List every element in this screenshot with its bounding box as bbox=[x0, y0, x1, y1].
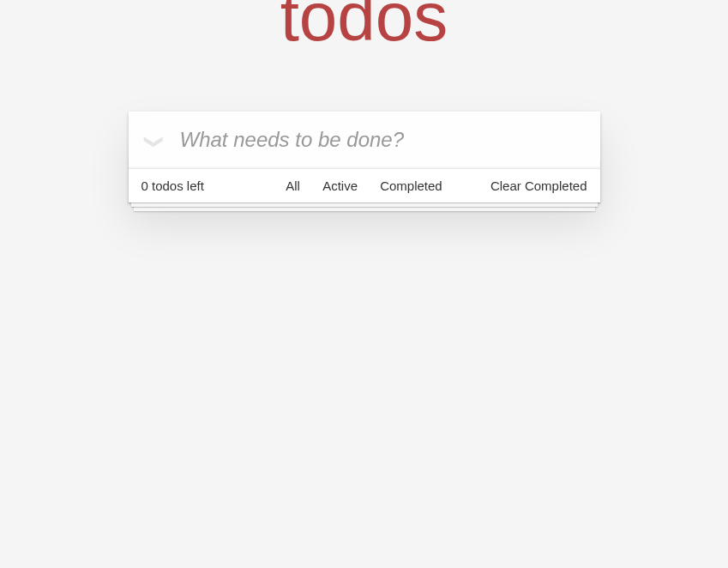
footer: 0 todos left All Active Completed Clear … bbox=[129, 168, 600, 202]
filter-completed[interactable]: Completed bbox=[373, 175, 449, 196]
clear-completed-button[interactable]: Clear Completed bbox=[490, 178, 587, 195]
app-title: todos bbox=[129, 9, 600, 26]
filter-active[interactable]: Active bbox=[316, 175, 364, 196]
todo-app: todos 0 todos left All Active Completed … bbox=[129, 112, 600, 202]
filter-all[interactable]: All bbox=[279, 175, 307, 196]
